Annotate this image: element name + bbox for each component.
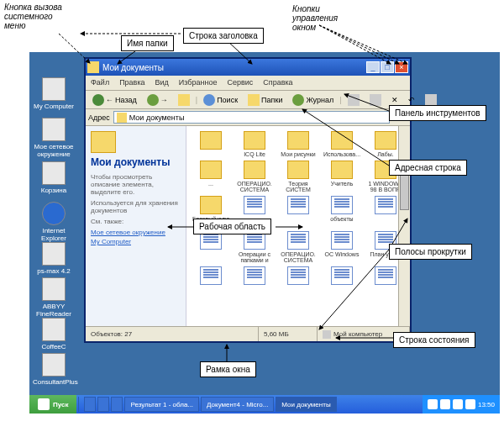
callout-toolbar: Панель инструментов xyxy=(389,105,486,121)
system-menu-icon[interactable] xyxy=(87,61,99,73)
document-icon xyxy=(331,196,353,214)
search-button[interactable]: Поиск xyxy=(199,92,242,108)
address-label: Адрес xyxy=(88,113,110,122)
menubar: Файл Правка Вид Избранное Сервис Справка xyxy=(86,76,410,91)
file-item[interactable]: Учитель xyxy=(321,161,363,192)
status-bar: Объектов: 27 5,60 МБ Мой компьютер xyxy=(86,326,410,341)
copy-icon xyxy=(370,94,381,106)
menu-tools[interactable]: Сервис xyxy=(222,76,258,90)
file-item[interactable] xyxy=(277,196,319,228)
taskbar: Пуск Результат 1 - обла... Документ4 - M… xyxy=(29,395,500,414)
back-button[interactable]: ←Назад xyxy=(88,92,141,108)
sidepane-see: См. также: xyxy=(91,218,181,225)
menu-file[interactable]: Файл xyxy=(86,76,114,90)
desktop-icon[interactable]: Мое сетевое окружение xyxy=(33,118,75,158)
sidepane-link[interactable]: My Computer xyxy=(91,238,181,245)
file-item[interactable]: ... xyxy=(190,161,232,192)
desktop-icon[interactable]: My Computer xyxy=(33,77,75,110)
forward-button[interactable]: → xyxy=(143,92,172,108)
menu-favorites[interactable]: Избранное xyxy=(174,76,223,90)
clock[interactable]: 13:50 xyxy=(478,401,495,408)
folders-button[interactable]: Папки xyxy=(244,92,286,108)
file-label: Использова... xyxy=(321,151,363,157)
file-item[interactable]: ОПЕРАЦИО. СИСТЕМА xyxy=(234,161,276,192)
file-item[interactable]: ОПЕРАЦИО. СИСТЕМА xyxy=(277,231,319,263)
file-item[interactable] xyxy=(277,266,319,287)
file-item[interactable] xyxy=(190,131,232,157)
file-item[interactable]: объекты xyxy=(321,196,363,228)
address-value: Мои документы xyxy=(129,113,185,122)
computer-icon xyxy=(323,330,331,339)
vertical-scrollbar[interactable] xyxy=(398,126,410,326)
sidepane-hint: Чтобы просмотреть описание элемента, выд… xyxy=(91,173,181,196)
document-icon xyxy=(200,266,222,285)
folder-icon xyxy=(91,131,116,153)
file-item[interactable]: Мои рисунки xyxy=(277,131,319,157)
folder-icon xyxy=(200,196,222,214)
file-item[interactable] xyxy=(190,231,232,263)
quick-launch[interactable] xyxy=(111,397,123,412)
tray-icon[interactable] xyxy=(453,399,463,409)
toolbar: ←Назад → | Поиск Папки Журнал | ✕ ↶ xyxy=(86,91,410,109)
address-field[interactable]: Мои документы xyxy=(113,111,390,124)
system-tray[interactable]: 13:50 xyxy=(423,395,500,414)
callout-frame: Рамка окна xyxy=(200,361,256,377)
document-icon xyxy=(375,266,396,285)
app-icon xyxy=(42,318,66,341)
forward-icon xyxy=(147,94,159,106)
document-icon xyxy=(287,231,309,250)
computer-icon xyxy=(42,77,66,101)
network-icon xyxy=(42,118,66,141)
copyto-button[interactable] xyxy=(365,92,386,108)
up-button[interactable] xyxy=(174,92,194,108)
desktop-icon[interactable]: ps-max 4.2 xyxy=(33,242,75,275)
titlebar[interactable]: Мои документы _ □ × xyxy=(86,59,410,76)
ie-icon xyxy=(42,202,66,225)
file-item[interactable] xyxy=(190,266,232,287)
sidepane-link[interactable]: Мое сетевое окружение xyxy=(91,229,181,236)
folder-icon xyxy=(200,131,222,150)
file-item[interactable]: Использова... xyxy=(321,131,363,157)
close-button[interactable]: × xyxy=(395,61,408,73)
tray-icon[interactable] xyxy=(465,399,475,409)
file-item[interactable]: ICQ Lite xyxy=(234,131,276,157)
desktop-icon[interactable]: ABBYY FineReader xyxy=(33,277,75,318)
callout-foldername: Имя папки xyxy=(121,35,174,51)
desktop-icon[interactable]: Корзина xyxy=(33,161,75,194)
moveto-button[interactable] xyxy=(344,92,364,108)
taskbar-item[interactable]: Документ4 - Micro... xyxy=(201,397,274,412)
history-button[interactable]: Журнал xyxy=(288,92,338,108)
file-label: ОС Windows xyxy=(321,251,363,257)
up-icon xyxy=(178,94,190,106)
file-label: объекты xyxy=(321,216,363,222)
file-label: ... xyxy=(190,181,232,187)
taskbar-item[interactable]: Мои документы xyxy=(276,397,336,412)
menu-help[interactable]: Справка xyxy=(258,76,297,90)
callout-addrbar: Адресная строка xyxy=(389,160,467,176)
folder-icon xyxy=(287,131,309,150)
file-item[interactable]: ОС Windows xyxy=(321,231,363,263)
menu-edit[interactable]: Правка xyxy=(114,76,150,90)
file-item[interactable] xyxy=(321,266,363,287)
maximize-button[interactable]: □ xyxy=(381,61,394,73)
callout-statusbar: Строка состояния xyxy=(393,332,475,348)
minimize-button[interactable]: _ xyxy=(366,61,380,73)
annot-sysmenu: Кнопка вызова системного меню xyxy=(4,3,63,30)
tray-icon[interactable] xyxy=(428,399,438,409)
tray-icon[interactable] xyxy=(440,399,450,409)
start-button[interactable]: Пуск xyxy=(29,395,76,414)
desktop-icon[interactable]: Internet Explorer xyxy=(33,202,75,242)
quick-launch[interactable] xyxy=(97,397,109,412)
taskbar-item[interactable]: Результат 1 - обла... xyxy=(124,397,199,412)
quick-launch[interactable] xyxy=(84,397,96,412)
side-pane: Мои документы Чтобы просмотреть описание… xyxy=(86,126,186,326)
document-icon xyxy=(244,196,265,214)
menu-view[interactable]: Вид xyxy=(150,76,174,90)
desktop-icon[interactable]: CoffeeC xyxy=(33,318,75,350)
folder-icon xyxy=(244,161,265,179)
document-icon xyxy=(375,196,396,214)
file-item[interactable] xyxy=(234,266,276,287)
desktop-icon[interactable]: ConsultantPlus xyxy=(33,353,75,386)
file-item[interactable]: Операции с папками и xyxy=(234,231,276,263)
file-item[interactable]: Теория СИСТЕМ xyxy=(277,161,319,192)
